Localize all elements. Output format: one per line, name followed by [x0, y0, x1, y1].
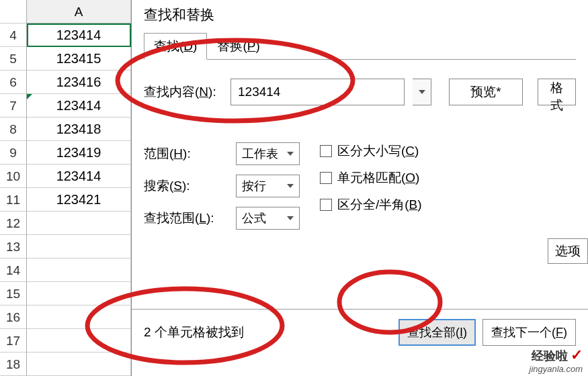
table-row: 14 [0, 258, 131, 282]
cell[interactable]: 123415 [27, 47, 131, 70]
table-row: 17 [0, 329, 131, 352]
cell[interactable]: 123414 [27, 164, 131, 188]
format-button[interactable]: 格式 [538, 79, 576, 105]
cell[interactable] [27, 282, 131, 306]
table-row: 10123414 [0, 164, 131, 188]
status-text: 2 个单元格被找到 [144, 324, 244, 341]
row-header[interactable]: 6 [0, 70, 27, 94]
scope-select[interactable]: 工作表 [236, 142, 300, 165]
row-header[interactable]: 17 [0, 329, 27, 352]
cell[interactable] [27, 352, 131, 376]
tab-find[interactable]: 查找(D) [144, 33, 207, 60]
corner-cell[interactable] [0, 0, 27, 23]
match-width-checkbox[interactable]: 区分全/半角(B) [320, 196, 422, 214]
chevron-down-icon [287, 152, 294, 156]
table-row: 7123414 [0, 94, 131, 117]
row-header[interactable]: 9 [0, 141, 27, 164]
watermark: 经验啦 ✓ jingyanla.com [530, 346, 583, 375]
row-header[interactable]: 12 [0, 211, 27, 235]
search-label: 搜索(S): [144, 177, 228, 195]
row-header[interactable]: 10 [0, 164, 27, 188]
lookin-label: 查找范围(L): [144, 209, 228, 227]
lookin-select[interactable]: 公式 [236, 207, 300, 230]
row-header[interactable]: 13 [0, 235, 27, 258]
find-content-label: 查找内容(N): [144, 83, 222, 101]
row-header[interactable]: 14 [0, 258, 27, 282]
table-row: 13 [0, 235, 131, 258]
chevron-down-icon [287, 184, 294, 188]
table-row: 4123414 [0, 23, 131, 47]
table-row: 8123418 [0, 117, 131, 141]
match-cell-checkbox[interactable]: 单元格匹配(O) [320, 169, 422, 187]
row-header[interactable]: 5 [0, 47, 27, 70]
cell[interactable]: 123418 [27, 117, 131, 141]
cell[interactable]: 123414 [27, 94, 131, 117]
row-header[interactable]: 11 [0, 188, 27, 211]
col-header-a[interactable]: A [27, 0, 131, 23]
tab-replace[interactable]: 替换(P) [207, 33, 269, 60]
cell[interactable]: 123419 [27, 141, 131, 164]
table-row: 18 [0, 352, 131, 376]
cell[interactable]: 123414 [27, 23, 131, 47]
chevron-down-icon [287, 216, 294, 220]
row-header[interactable]: 18 [0, 352, 27, 376]
preview-button[interactable]: 预览* [449, 79, 523, 105]
match-case-checkbox[interactable]: 区分大小写(C) [320, 142, 422, 160]
table-row: 5123415 [0, 47, 131, 70]
cell[interactable] [27, 258, 131, 282]
row-header[interactable]: 4 [0, 23, 27, 47]
cell[interactable] [27, 306, 131, 329]
chevron-down-icon [419, 90, 425, 94]
table-row: 9123419 [0, 141, 131, 164]
cell[interactable]: 123421 [27, 188, 131, 211]
row-header[interactable]: 15 [0, 282, 27, 306]
find-content-input[interactable] [230, 79, 405, 105]
table-row: 12 [0, 211, 131, 235]
table-row: 16 [0, 306, 131, 329]
scope-label: 范围(H): [144, 145, 228, 162]
table-row: 6123416 [0, 70, 131, 94]
row-header[interactable]: 16 [0, 306, 27, 329]
find-replace-dialog: 查找和替换 查找(D) 替换(P) 查找内容(N): 预览* 格式 范围(H):… [131, 0, 588, 376]
cell[interactable] [27, 329, 131, 352]
table-row: 11123421 [0, 188, 131, 211]
find-next-button[interactable]: 查找下一个(F) [482, 319, 576, 346]
find-all-button[interactable]: 查找全部(I) [398, 319, 476, 346]
row-header[interactable]: 8 [0, 117, 27, 141]
table-row: 15 [0, 282, 131, 306]
row-header[interactable]: 7 [0, 94, 27, 117]
find-dropdown-button[interactable] [413, 79, 431, 105]
dialog-tabs: 查找(D) 替换(P) [144, 32, 576, 60]
cell[interactable] [27, 235, 131, 258]
search-select[interactable]: 按行 [236, 175, 300, 197]
dialog-title: 查找和替换 [132, 0, 588, 32]
spreadsheet: A 41234145123415612341671234148123418912… [0, 0, 131, 376]
options-button[interactable]: 选项 [548, 238, 588, 264]
cell[interactable]: 123416 [27, 70, 131, 94]
cell[interactable] [27, 211, 131, 235]
dialog-footer: 2 个单元格被找到 查找全部(I) 查找下一个(F) [132, 309, 588, 346]
